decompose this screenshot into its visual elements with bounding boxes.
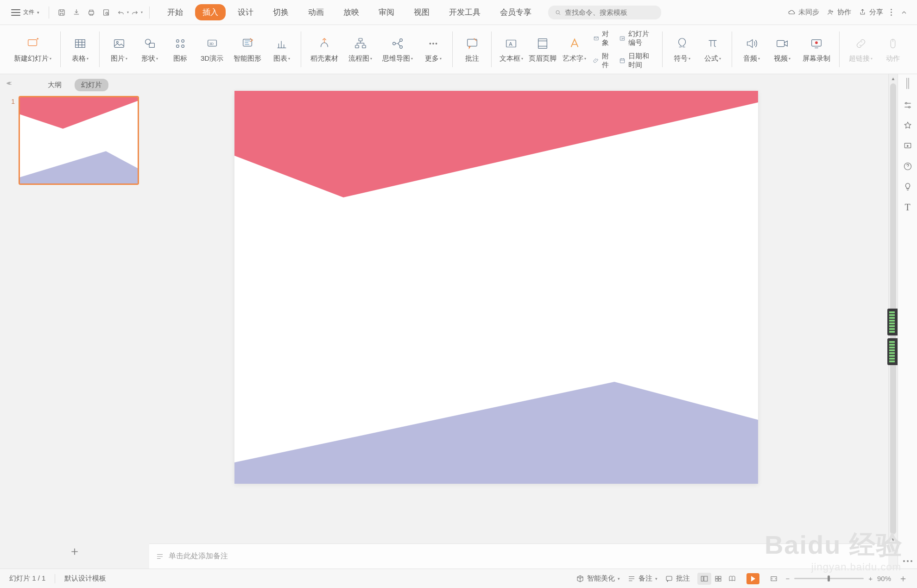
tab-review[interactable]: 审阅 (371, 4, 402, 20)
slide-number-button[interactable]: 1# 幻灯片编号 (617, 29, 657, 48)
rail-grip[interactable] (906, 78, 909, 89)
video-button[interactable]: 视频▾ (768, 33, 796, 66)
svg-point-10 (145, 39, 151, 44)
screen-record-button[interactable]: 屏幕录制 (799, 33, 834, 66)
smart-beautify-button[interactable]: 智能美化▾ (576, 574, 620, 583)
rail-help-button[interactable] (902, 160, 914, 172)
slide-canvas[interactable] (234, 91, 758, 484)
svg-rect-54 (719, 579, 721, 581)
audio-button[interactable]: 音频▾ (738, 33, 765, 66)
svg-text:1#: 1# (621, 38, 624, 40)
fit-window-button[interactable] (767, 573, 781, 585)
separator (149, 6, 150, 19)
tab-home[interactable]: 开始 (160, 4, 190, 20)
tab-devtools[interactable]: 开发工具 (442, 4, 488, 20)
slide-number-icon: 1# (619, 34, 626, 43)
tab-slideshow[interactable]: 放映 (336, 4, 367, 20)
zoom-slider[interactable] (794, 578, 864, 579)
side-ruler-tabs[interactable] (887, 309, 898, 365)
table-button[interactable]: 表格▾ (66, 33, 94, 66)
wordart-button[interactable]: 艺术字▾ (561, 33, 588, 66)
attachment-button[interactable]: 附件 (591, 51, 614, 70)
status-add-button[interactable]: ＋ (898, 572, 908, 585)
outline-tab[interactable]: 大纲 (41, 79, 68, 91)
print-preview-button[interactable] (100, 6, 112, 19)
svg-rect-53 (715, 579, 718, 581)
rail-idea-button[interactable] (902, 181, 914, 193)
comments-toggle-button[interactable]: 批注 (665, 574, 690, 583)
view-reading-button[interactable] (725, 573, 739, 585)
thumbnail-item[interactable]: 1 (8, 96, 141, 185)
scroll-down-arrow[interactable]: ▼ (889, 535, 898, 544)
rail-present-button[interactable] (902, 140, 914, 152)
slide-canvas-area: ▲ ▼ 单击此处添加备注 (149, 74, 898, 569)
view-sorter-button[interactable] (711, 573, 725, 585)
notes-toggle-button[interactable]: 备注▾ (627, 574, 658, 583)
app-menu-button[interactable]: 文件 ▾ (8, 6, 42, 18)
rail-favorite-button[interactable] (902, 120, 914, 132)
more-insert-button[interactable]: 更多▾ (419, 33, 447, 66)
flowchart-button[interactable]: 流程图▾ (345, 33, 376, 66)
scroll-up-arrow[interactable]: ▲ (889, 74, 898, 82)
zoom-in-button[interactable]: + (868, 575, 873, 582)
link-icon (853, 36, 869, 51)
undo-button[interactable] (115, 6, 127, 19)
datetime-button[interactable]: 日期和时间 (617, 51, 657, 70)
equation-button[interactable]: 公式▾ (699, 33, 727, 66)
rail-more-button[interactable] (903, 560, 912, 562)
redo-button[interactable] (129, 6, 141, 19)
tab-animation[interactable]: 动画 (301, 4, 331, 20)
svg-marker-41 (20, 151, 138, 183)
notes-placeholder: 单击此处添加备注 (169, 551, 228, 561)
tab-insert[interactable]: 插入 (195, 4, 226, 20)
cloud-icon (788, 8, 796, 16)
tab-view[interactable]: 视图 (406, 4, 437, 20)
notes-pane[interactable]: 单击此处添加备注 (149, 544, 888, 569)
export-button[interactable] (70, 6, 82, 19)
share-button[interactable]: 分享 (859, 8, 883, 17)
icon-button[interactable]: 图标 (166, 33, 194, 66)
thumbnail-preview[interactable] (19, 96, 139, 185)
object-button[interactable]: 对象 (591, 29, 614, 48)
rail-settings-button[interactable] (902, 99, 914, 111)
video-icon (774, 36, 790, 51)
textbox-button[interactable]: A 文本框▾ (497, 33, 525, 66)
headerfooter-button[interactable]: 页眉页脚 (528, 33, 557, 66)
smartart-button[interactable]: 智能图形 (230, 33, 265, 66)
svg-rect-0 (59, 10, 64, 15)
collapse-ribbon-button[interactable] (899, 8, 909, 17)
sync-status-button[interactable]: 未同步 (788, 8, 819, 17)
thumbnail-number: 1 (8, 96, 15, 105)
command-search[interactable] (548, 6, 661, 19)
svg-point-12 (177, 40, 179, 43)
collapse-panel-button[interactable]: << (6, 80, 10, 87)
rail-text-button[interactable]: T (902, 201, 914, 213)
tab-member[interactable]: 会员专享 (493, 4, 539, 20)
command-search-input[interactable] (564, 8, 655, 17)
tab-transition[interactable]: 切换 (266, 4, 296, 20)
print-button[interactable] (85, 6, 97, 19)
save-button[interactable] (56, 6, 68, 19)
comment-button[interactable]: 批注 (458, 33, 486, 66)
symbol-button[interactable]: 符号▾ (668, 33, 696, 66)
slideshow-play-button[interactable] (746, 573, 759, 584)
tab-design[interactable]: 设计 (230, 4, 261, 20)
more-menu-button[interactable] (891, 9, 892, 16)
shape-button[interactable]: 形状▾ (136, 33, 164, 66)
redo-dropdown[interactable]: ▾ (141, 10, 143, 14)
3d-demo-button[interactable]: 3D 3D演示 (197, 33, 227, 66)
collaborate-button[interactable]: 协作 (827, 8, 851, 17)
chart-button[interactable]: 图表▾ (268, 33, 296, 66)
view-normal-button[interactable] (697, 573, 711, 585)
table-icon (72, 36, 88, 51)
slides-tab[interactable]: 幻灯片 (75, 79, 108, 91)
docer-button[interactable]: 稻壳素材 (307, 33, 342, 66)
add-slide-button[interactable]: ＋ (0, 543, 149, 559)
picture-button[interactable]: 图片▾ (105, 33, 133, 66)
zoom-value[interactable]: 90% (877, 575, 891, 582)
mindmap-button[interactable]: 思维导图▾ (379, 33, 417, 66)
svg-point-38 (815, 41, 818, 44)
zoom-out-button[interactable]: − (785, 575, 790, 582)
new-slide-button[interactable]: 新建幻灯片▾ (10, 33, 55, 66)
picture-icon (111, 36, 127, 51)
